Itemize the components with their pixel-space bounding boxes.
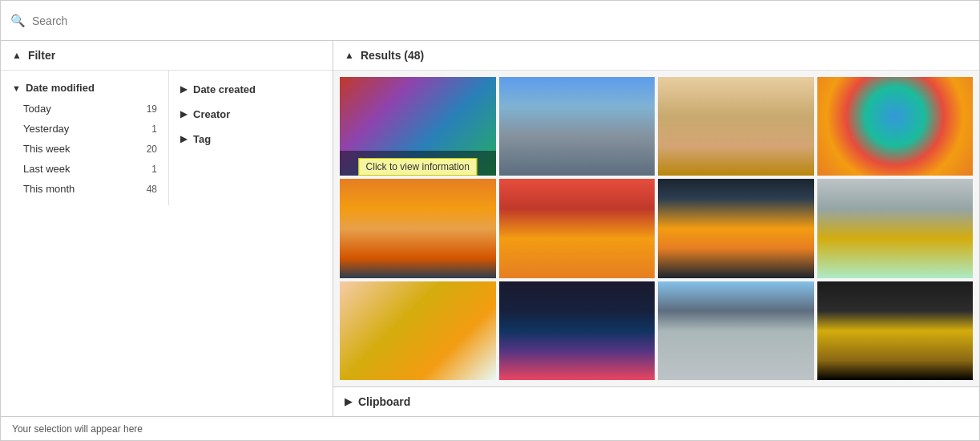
search-input[interactable]	[32, 14, 970, 27]
filter-item-label: Today	[23, 103, 51, 115]
filter-label: Filter	[28, 49, 55, 62]
image-cell-3[interactable]	[658, 77, 814, 176]
image-cell-2[interactable]	[499, 77, 655, 176]
image-cell-5[interactable]	[340, 179, 496, 277]
clipboard-label: Clipboard	[358, 395, 410, 408]
filter-item-label: This week	[23, 143, 71, 155]
image-8	[817, 179, 974, 277]
status-text: Your selection will appear here	[12, 423, 143, 435]
image-5	[340, 179, 496, 277]
filter-items: Today 19 Yesterday 1 This week 20 Last w…	[1, 99, 168, 199]
right-filter-chevron: ▶	[180, 109, 187, 119]
right-filter-item[interactable]: ▶ Date created	[169, 77, 333, 102]
date-modified-chevron: ▼	[12, 83, 21, 93]
filter-item-count: 48	[147, 184, 157, 195]
image-cell-1[interactable]: ℹ 👁 ⊡ ✓ Click to view information	[340, 77, 496, 176]
date-modified-label: Date modified	[26, 82, 95, 94]
sidebar: ▲ Filter ▼ Date modified Today 19 Yester…	[1, 41, 333, 416]
filter-header[interactable]: ▲ Filter	[1, 41, 333, 71]
eye-icon[interactable]: 👁	[389, 156, 402, 171]
image-cell-12[interactable]	[817, 281, 974, 380]
results-chevron: ▲	[345, 50, 354, 61]
image-cell-10[interactable]	[499, 281, 655, 380]
image-12	[817, 281, 974, 380]
filter-item-label: Yesterday	[23, 123, 69, 135]
filter-chevron: ▲	[12, 50, 22, 61]
image-6	[499, 179, 655, 277]
image-2	[499, 77, 655, 176]
image-11	[658, 281, 814, 380]
results-label: Results (48)	[361, 49, 424, 62]
right-filters-list: ▶ Date created ▶ Creator ▶ Tag	[169, 77, 333, 152]
clipboard-icon[interactable]: ⊡	[430, 156, 440, 171]
check-icon[interactable]: ✓	[467, 156, 478, 171]
search-icon: 🔍	[10, 14, 26, 28]
image-cell-11[interactable]	[658, 281, 814, 380]
search-bar: 🔍	[1, 1, 979, 41]
filter-item[interactable]: This week 20	[1, 139, 168, 159]
image-cell-6[interactable]	[499, 179, 655, 277]
results-header[interactable]: ▲ Results (48)	[333, 41, 979, 71]
filter-item[interactable]: Yesterday 1	[1, 119, 168, 139]
main-layout: ▲ Filter ▼ Date modified Today 19 Yester…	[1, 41, 979, 416]
filter-item-label: This month	[23, 183, 75, 195]
right-filter-item[interactable]: ▶ Tag	[169, 127, 333, 152]
filter-item-count: 20	[147, 144, 157, 155]
image-4	[817, 77, 974, 176]
right-filter-chevron: ▶	[180, 134, 187, 144]
right-filters: ▶ Date created ▶ Creator ▶ Tag	[169, 71, 333, 205]
filter-item-count: 19	[147, 103, 157, 115]
image-cell-8[interactable]	[817, 179, 974, 277]
clipboard-chevron: ▶	[345, 396, 352, 407]
filter-item[interactable]: This month 48	[1, 179, 168, 199]
right-filter-label: Tag	[193, 133, 211, 145]
date-modified-header[interactable]: ▼ Date modified	[1, 77, 168, 99]
date-modified-section: ▼ Date modified Today 19 Yesterday 1 Thi…	[1, 71, 169, 205]
image-grid: ℹ 👁 ⊡ ✓ Click to view information	[333, 71, 979, 386]
image-overlay-1: ℹ 👁 ⊡ ✓	[340, 151, 496, 176]
info-icon[interactable]: ℹ	[358, 156, 363, 171]
right-filter-chevron: ▶	[180, 84, 187, 95]
sidebar-inner: ▼ Date modified Today 19 Yesterday 1 Thi…	[1, 71, 333, 205]
filter-item-count: 1	[151, 123, 157, 135]
image-cell-9[interactable]	[340, 281, 496, 380]
image-10	[499, 281, 655, 380]
image-9	[340, 281, 496, 380]
image-3	[658, 77, 814, 176]
clipboard-bar[interactable]: ▶ Clipboard	[333, 386, 979, 416]
filter-item[interactable]: Today 19	[1, 99, 168, 119]
status-bar: Your selection will appear here	[1, 416, 979, 440]
right-filter-label: Date created	[193, 83, 256, 95]
image-cell-7[interactable]	[658, 179, 814, 277]
filter-item-count: 1	[151, 164, 157, 175]
results-area: ▲ Results (48) ℹ 👁 ⊡ ✓ Click to view inf…	[333, 41, 979, 416]
right-filter-item[interactable]: ▶ Creator	[169, 102, 333, 127]
filter-item[interactable]: Last week 1	[1, 159, 168, 179]
image-7	[658, 179, 814, 277]
image-cell-4[interactable]	[817, 77, 974, 176]
filter-item-label: Last week	[23, 163, 71, 175]
right-filter-label: Creator	[193, 108, 230, 120]
